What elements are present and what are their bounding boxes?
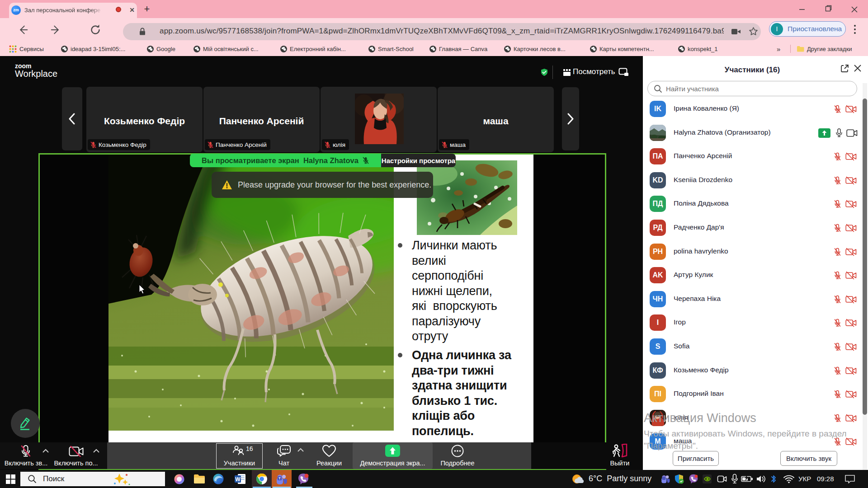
svg-text:W: W: [235, 476, 241, 483]
svg-text:T: T: [278, 476, 281, 480]
